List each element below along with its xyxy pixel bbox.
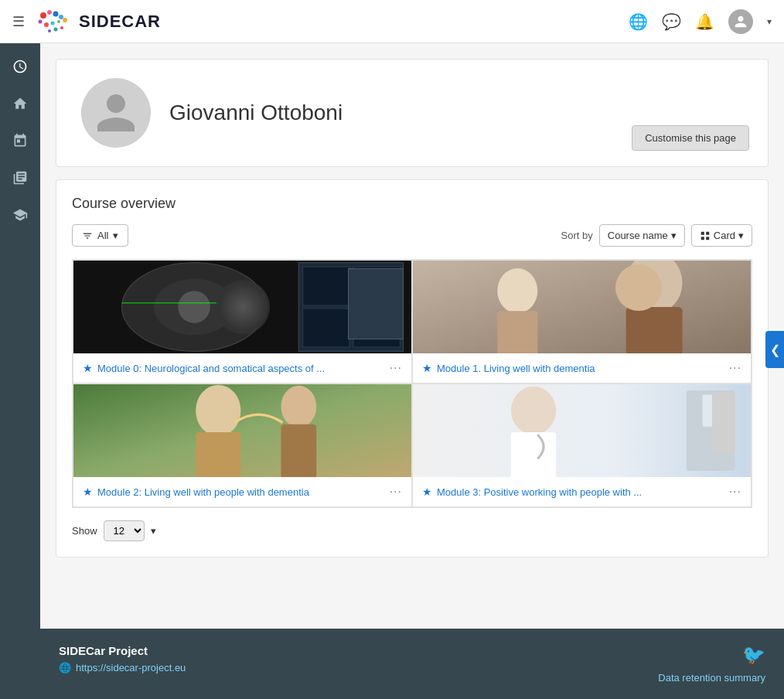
svg-rect-18 <box>303 267 349 305</box>
svg-point-4 <box>39 19 43 23</box>
sidebar-item-calendar[interactable] <box>3 124 37 158</box>
sidebar-item-courses[interactable] <box>3 198 37 232</box>
course-title-module3: Module 3: Positive working with people w… <box>437 486 642 498</box>
svg-point-34 <box>511 387 556 435</box>
svg-point-31 <box>281 386 316 428</box>
top-navigation: ☰ SIDECAR 🌐 💬 🔔 ▾ <box>0 0 784 43</box>
svg-point-5 <box>44 22 49 27</box>
course-card-footer-module3: ★ Module 3: Positive working with people… <box>413 477 751 506</box>
notification-icon[interactable]: 🔔 <box>695 12 714 31</box>
svg-point-8 <box>63 18 67 22</box>
star-icon-module0: ★ <box>83 362 93 374</box>
footer-link-text: https://sidecar-project.eu <box>76 662 186 673</box>
course-title-module0: Module 0: Neurological and somatical asp… <box>97 363 325 374</box>
globe-icon[interactable]: 🌐 <box>629 12 648 31</box>
view-option-label: Card <box>714 230 735 241</box>
sidebar-item-home[interactable] <box>3 87 37 121</box>
svg-rect-20 <box>303 309 349 347</box>
svg-point-11 <box>60 26 63 29</box>
svg-rect-27 <box>497 311 537 353</box>
more-button-module0[interactable]: ··· <box>390 361 402 375</box>
svg-point-10 <box>54 27 58 31</box>
sort-option-label: Course name <box>608 230 668 241</box>
twitter-icon[interactable]: 🐦 <box>742 644 765 666</box>
svg-point-15 <box>178 291 210 323</box>
course-card-footer-module2: ★ Module 2: Living well with people with… <box>73 477 411 506</box>
course-card-module0[interactable]: ★ Module 0: Neurological and somatical a… <box>73 260 412 384</box>
svg-rect-19 <box>353 267 400 305</box>
more-button-module3[interactable]: ··· <box>729 485 741 499</box>
sort-dropdown-arrow: ▾ <box>671 230 677 241</box>
course-card-title-module0: ★ Module 0: Neurological and somatical a… <box>83 362 325 374</box>
star-icon-module1: ★ <box>422 362 432 374</box>
course-card-image-module1 <box>413 261 751 353</box>
more-button-module2[interactable]: ··· <box>390 485 402 499</box>
logo-icon <box>34 8 73 36</box>
footer-right: 🐦 Data retention summary <box>658 644 765 684</box>
sidebar-toggle-icon: ❮ <box>770 343 780 357</box>
svg-rect-23 <box>413 261 751 353</box>
course-overview-title: Course overview <box>72 196 752 212</box>
svg-point-0 <box>40 12 46 19</box>
course-card-image-module3 <box>413 384 751 477</box>
star-icon-module2: ★ <box>83 486 93 498</box>
main-content: Giovanni Ottoboni Customise this page Co… <box>40 43 784 629</box>
sidebar-item-dashboard[interactable] <box>3 49 37 84</box>
course-card-module2[interactable]: ★ Module 2: Living well with people with… <box>73 384 412 507</box>
svg-point-6 <box>51 21 55 25</box>
course-grid: ★ Module 0: Neurological and somatical a… <box>72 259 752 508</box>
sidebar-item-files[interactable] <box>3 161 37 195</box>
course-title-module2: Module 2: Living well with people with d… <box>97 486 309 498</box>
svg-point-29 <box>196 385 240 437</box>
svg-point-2 <box>53 11 59 16</box>
brand-name: SIDECAR <box>79 12 161 32</box>
filter-icon <box>82 230 93 241</box>
sort-controls: Sort by Course name ▾ Card ▾ <box>561 224 752 247</box>
nav-right: 🌐 💬 🔔 ▾ <box>629 9 772 34</box>
svg-rect-35 <box>511 432 556 477</box>
footer-website-link[interactable]: 🌐 https://sidecar-project.eu <box>59 662 658 673</box>
nav-left: ☰ SIDECAR <box>12 8 161 36</box>
course-card-title-module1: ★ Module 1. Living well with dementia <box>422 362 595 374</box>
show-select[interactable]: 12 24 48 <box>104 520 145 541</box>
user-dropdown-arrow[interactable]: ▾ <box>767 16 772 27</box>
sidebar-toggle-button[interactable]: ❮ <box>765 331 784 368</box>
star-icon-module3: ★ <box>422 486 432 498</box>
svg-rect-28 <box>73 384 411 477</box>
course-overview-card: Course overview All ▾ Sort by Course nam… <box>56 179 769 557</box>
course-card-module3[interactable]: ★ Module 3: Positive working with people… <box>412 384 752 507</box>
svg-rect-37 <box>703 394 727 427</box>
svg-point-7 <box>57 20 60 23</box>
course-card-module1[interactable]: ★ Module 1. Living well with dementia ··… <box>412 260 752 384</box>
sort-by-label: Sort by <box>561 230 593 241</box>
filter-label: All <box>97 230 108 241</box>
svg-point-3 <box>59 15 63 19</box>
hamburger-menu-icon[interactable]: ☰ <box>12 13 25 30</box>
customise-page-button[interactable]: Customise this page <box>632 125 749 151</box>
course-card-image-module0 <box>73 261 411 353</box>
view-dropdown-arrow: ▾ <box>738 230 744 241</box>
logo-area[interactable]: SIDECAR <box>34 8 161 36</box>
chat-icon[interactable]: 💬 <box>662 12 681 31</box>
svg-rect-32 <box>281 425 316 477</box>
data-retention-link[interactable]: Data retention summary <box>658 672 765 684</box>
sort-dropdown-button[interactable]: Course name ▾ <box>599 224 685 247</box>
filter-button[interactable]: All ▾ <box>72 224 128 247</box>
course-card-title-module2: ★ Module 2: Living well with people with… <box>83 486 309 498</box>
svg-rect-30 <box>196 432 240 477</box>
svg-point-26 <box>497 268 537 313</box>
course-card-image-module2 <box>73 384 411 477</box>
course-card-title-module3: ★ Module 3: Positive working with people… <box>422 486 642 498</box>
show-label: Show <box>72 525 97 537</box>
view-dropdown-button[interactable]: Card ▾ <box>691 224 752 247</box>
filter-dropdown-arrow: ▾ <box>113 230 118 241</box>
more-button-module1[interactable]: ··· <box>729 361 741 375</box>
svg-point-9 <box>48 29 51 32</box>
course-title-module1: Module 1. Living well with dementia <box>437 363 595 374</box>
svg-point-1 <box>47 10 52 15</box>
globe-footer-icon: 🌐 <box>59 662 71 673</box>
svg-rect-25 <box>626 307 683 353</box>
course-controls: All ▾ Sort by Course name ▾ Card ▾ <box>72 224 752 247</box>
user-avatar[interactable] <box>728 9 753 34</box>
course-card-footer-module1: ★ Module 1. Living well with dementia ··… <box>413 353 751 383</box>
